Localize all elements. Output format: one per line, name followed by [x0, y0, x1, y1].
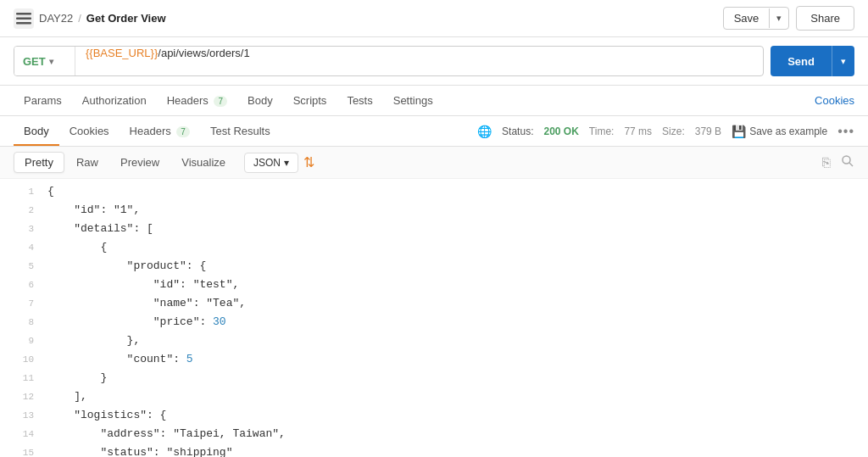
method-caret-icon: ▾	[49, 57, 53, 66]
line-number: 6	[7, 276, 34, 294]
res-tab-test-results[interactable]: Test Results	[200, 118, 281, 146]
format-bar-actions: ⎘	[822, 154, 854, 171]
line-content: "price": 30	[47, 313, 861, 332]
globe-icon: 🌐	[477, 125, 492, 138]
send-dropdown-button[interactable]: ▾	[832, 46, 854, 76]
response-meta: 🌐 Status: 200 OK Time: 77 ms Size: 379 B…	[477, 124, 854, 139]
page-title: Get Order View	[86, 12, 166, 25]
url-path: /api/views/orders/1	[158, 47, 249, 59]
format-tab-preview[interactable]: Preview	[110, 153, 170, 172]
line-number: 10	[7, 350, 34, 369]
line-content: "address": "Taipei, Taiwan",	[47, 425, 861, 443]
app-logo	[14, 8, 34, 29]
logo-icon	[14, 8, 34, 29]
code-line: 10 "count": 5	[0, 350, 868, 369]
format-tab-raw[interactable]: Raw	[66, 153, 108, 172]
line-number: 11	[7, 369, 34, 387]
copy-icon[interactable]: ⎘	[822, 155, 831, 170]
line-number: 7	[7, 294, 34, 313]
code-line: 14 "address": "Taipei, Taiwan",	[0, 425, 868, 443]
share-button[interactable]: Share	[796, 6, 854, 31]
line-content: }	[47, 369, 861, 387]
method-selector[interactable]: GET ▾	[14, 47, 75, 75]
status-value: 200 OK	[543, 125, 578, 137]
line-number: 4	[7, 238, 34, 257]
send-button[interactable]: Send	[771, 46, 832, 76]
workspace-label: DAY22	[39, 12, 73, 25]
line-content: "product": {	[47, 257, 861, 276]
line-number: 8	[7, 313, 34, 332]
search-icon[interactable]	[841, 154, 854, 171]
line-content: "status": "shipping"	[47, 443, 861, 457]
tab-settings[interactable]: Settings	[383, 87, 443, 115]
line-number: 2	[7, 201, 34, 220]
url-input-wrapper: GET ▾ {{BASE_URL}}/api/views/orders/1	[14, 46, 764, 76]
json-label: JSON	[253, 157, 281, 169]
tab-authorization[interactable]: Authorization	[72, 87, 157, 115]
code-line: 8 "price": 30	[0, 313, 868, 332]
line-content: "details": [	[47, 220, 861, 238]
format-tabs: Pretty Raw Preview Visualize JSON ▾ ⇅	[14, 152, 314, 173]
save-example-button[interactable]: 💾 Save as example	[732, 125, 827, 138]
size-label: Size:	[662, 125, 685, 137]
line-number: 15	[7, 443, 34, 457]
tab-headers[interactable]: Headers 7	[157, 87, 237, 115]
top-bar-actions: Save ▾ Share	[723, 6, 854, 31]
tab-scripts[interactable]: Scripts	[283, 87, 337, 115]
code-line: 2 "id": "1",	[0, 201, 868, 220]
sort-icon[interactable]: ⇅	[303, 154, 314, 170]
breadcrumb: DAY22 / Get Order View	[14, 8, 166, 29]
time-value: 77 ms	[624, 125, 652, 137]
url-base: {{BASE_URL}}	[86, 47, 158, 59]
line-content: {	[47, 182, 861, 201]
save-button[interactable]: Save	[724, 8, 770, 29]
url-bar: GET ▾ {{BASE_URL}}/api/views/orders/1 Se…	[0, 37, 868, 86]
time-label: Time:	[589, 125, 615, 137]
line-number: 3	[7, 220, 34, 238]
json-format-selector[interactable]: JSON ▾	[244, 153, 298, 173]
method-label: GET	[23, 55, 46, 68]
line-number: 5	[7, 257, 34, 276]
save-button-group[interactable]: Save ▾	[723, 7, 790, 30]
res-tab-cookies[interactable]: Cookies	[59, 118, 120, 146]
more-options-icon[interactable]: •••	[837, 124, 854, 139]
line-number: 1	[7, 182, 34, 201]
response-body-code: 1{2 "id": "1",3 "details": [4 {5 "produc…	[0, 179, 868, 457]
url-field[interactable]: {{BASE_URL}}/api/views/orders/1	[75, 47, 763, 75]
code-line: 7 "name": "Tea",	[0, 294, 868, 313]
res-tab-body[interactable]: Body	[14, 118, 59, 146]
line-number: 12	[7, 387, 34, 406]
tab-cookies-right[interactable]: Cookies	[815, 94, 854, 107]
tab-params[interactable]: Params	[14, 87, 72, 115]
format-tab-visualize[interactable]: Visualize	[171, 153, 236, 172]
code-line: 11 }	[0, 369, 868, 387]
send-button-group[interactable]: Send ▾	[771, 46, 854, 76]
line-content: "id": "test",	[47, 276, 861, 294]
svg-rect-0	[16, 13, 31, 15]
svg-rect-2	[16, 22, 31, 25]
code-line: 9 },	[0, 332, 868, 350]
breadcrumb-separator: /	[78, 12, 81, 25]
line-content: "name": "Tea",	[47, 294, 861, 313]
json-caret-icon: ▾	[284, 157, 289, 169]
line-content: },	[47, 332, 861, 350]
code-line: 3 "details": [	[0, 220, 868, 238]
request-tabs: Params Authorization Headers 7 Body Scri…	[0, 86, 868, 116]
svg-point-3	[843, 156, 850, 164]
tab-body[interactable]: Body	[237, 87, 283, 115]
save-dropdown-button[interactable]: ▾	[769, 8, 788, 28]
status-label: Status:	[502, 125, 533, 137]
save-example-label: Save as example	[749, 125, 827, 137]
floppy-icon: 💾	[732, 125, 746, 138]
line-content: "count": 5	[47, 350, 861, 369]
line-content: "logistics": {	[47, 406, 861, 425]
format-tab-pretty[interactable]: Pretty	[14, 152, 64, 173]
tab-tests[interactable]: Tests	[337, 87, 382, 115]
code-line: 12 ],	[0, 387, 868, 406]
code-line: 1{	[0, 182, 868, 201]
request-tabs-list: Params Authorization Headers 7 Body Scri…	[14, 87, 443, 114]
line-content: ],	[47, 387, 861, 406]
res-tab-headers[interactable]: Headers 7	[120, 118, 200, 146]
body-format-bar: Pretty Raw Preview Visualize JSON ▾ ⇅ ⎘	[0, 147, 868, 179]
line-number: 14	[7, 425, 34, 443]
